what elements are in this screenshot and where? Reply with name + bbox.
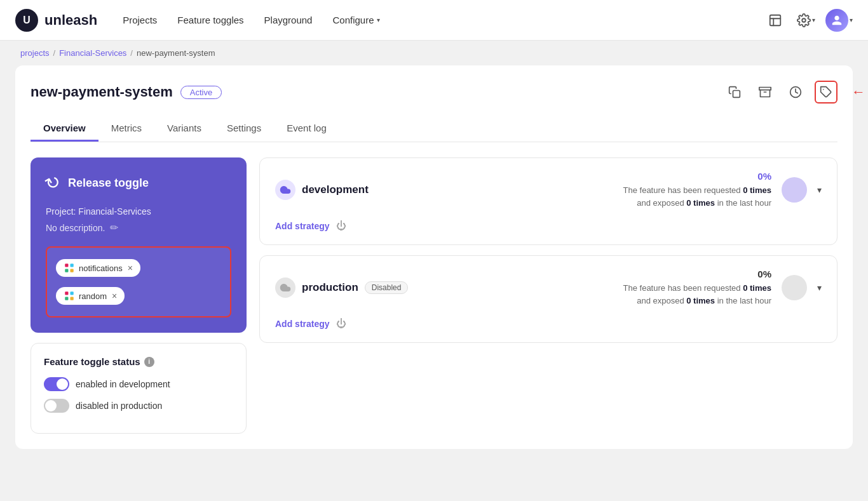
status-title: Feature toggle status i [44, 356, 233, 367]
tab-variants[interactable]: Variants [154, 116, 214, 142]
release-description: No description. ✏ [46, 222, 231, 234]
avatar-icon [831, 15, 843, 26]
slack-icon-2 [64, 290, 75, 302]
env-toggle-development[interactable] [782, 177, 807, 203]
logo-area[interactable]: U unleash [15, 9, 97, 32]
tag-icon [820, 86, 832, 98]
power-icon-production[interactable]: ⏻ [336, 318, 346, 330]
cloud-icon-prod [280, 282, 291, 293]
release-project: Project: Financial-Services [46, 206, 231, 217]
svg-rect-4 [733, 91, 740, 98]
svg-rect-10 [71, 264, 74, 267]
avatar [825, 9, 848, 32]
nav-right-area: ▾ ▾ [764, 9, 853, 32]
svg-rect-14 [71, 291, 74, 295]
edit-description-button[interactable]: ✏ [110, 222, 118, 234]
release-card-header: ↻ Release toggle [46, 173, 231, 194]
breadcrumb-financial-services[interactable]: Financial-Services [59, 48, 126, 58]
release-title: Release toggle [68, 177, 149, 190]
env-pct-development: 0% [623, 171, 771, 182]
tag-chip: notifications × [56, 259, 140, 277]
tag-name-random: random [79, 291, 107, 301]
gear-button[interactable]: ▾ [797, 13, 815, 27]
breadcrumb-sep-2: / [130, 48, 133, 58]
env-right-production: 0% The feature has been requested 0 time… [623, 269, 822, 307]
main-card: new-payment-system Active [15, 65, 853, 449]
breadcrumb-projects[interactable]: projects [20, 48, 50, 58]
toggle-development[interactable] [44, 377, 69, 391]
tabs: Overview Metrics Variants Settings Event… [31, 116, 837, 142]
clock-icon [789, 86, 802, 98]
env-icon-production [275, 277, 295, 298]
history-action-button[interactable] [784, 81, 807, 104]
nav-links: Projects Feature toggles Playground Conf… [123, 15, 764, 25]
feature-title: new-payment-system [31, 84, 173, 100]
add-strategy-button-development[interactable]: Add strategy [275, 221, 330, 231]
copy-action-button[interactable] [723, 81, 746, 104]
tag-chip-random-chip: random × [56, 287, 125, 305]
svg-rect-11 [65, 269, 68, 272]
svg-rect-9 [65, 264, 68, 267]
archive-action-button[interactable] [754, 81, 776, 104]
tab-overview[interactable]: Overview [31, 116, 98, 142]
gear-icon [797, 13, 811, 27]
tag-action-button[interactable] [815, 81, 837, 104]
status-badge: Active [180, 86, 222, 99]
nav-projects[interactable]: Projects [123, 15, 157, 25]
nav-configure[interactable]: Configure ▾ [332, 15, 379, 25]
env-title-area-production: production Disabled [275, 277, 408, 298]
tab-event-log[interactable]: Event log [274, 116, 339, 142]
env-stats-text-development: The feature has been requested 0 times a… [623, 184, 771, 209]
feature-actions-wrapper: ← [723, 81, 837, 104]
env-right-development: 0% The feature has been requested 0 time… [623, 171, 822, 209]
feature-title-area: new-payment-system Active [31, 84, 222, 100]
add-strategy-area-development: Add strategy ⏻ [275, 218, 822, 232]
nav-playground[interactable]: Playground [264, 15, 313, 25]
topnav: U unleash Projects Feature toggles Playg… [0, 0, 868, 41]
env-stats-development: 0% The feature has been requested 0 time… [623, 171, 771, 209]
tags-section: notifications × random [46, 246, 231, 317]
env-card-development: development 0% The feature has been requ… [259, 157, 837, 245]
copy-icon [728, 86, 741, 98]
env-title-area-development: development [275, 180, 369, 200]
power-icon-development[interactable]: ⏻ [336, 220, 346, 232]
status-card: Feature toggle status i enabled in devel… [31, 343, 247, 434]
env-name-development: development [302, 184, 369, 196]
svg-rect-16 [71, 297, 74, 300]
env-icon-development [275, 180, 295, 200]
add-strategy-area-production: Add strategy ⏻ [275, 316, 822, 330]
env-toggle-production[interactable] [782, 275, 807, 300]
svg-point-3 [802, 18, 806, 22]
toggle-production[interactable] [44, 399, 69, 413]
status-row-development: enabled in development [44, 377, 233, 391]
logo-icon: U [15, 9, 38, 32]
env-expand-development[interactable]: ▾ [817, 185, 822, 195]
user-avatar-button[interactable]: ▾ [825, 9, 853, 32]
breadcrumb: projects / Financial-Services / new-paym… [0, 41, 868, 65]
app-name: unleash [44, 12, 97, 29]
tag-remove-notifications[interactable]: × [128, 263, 133, 273]
breadcrumb-current: new-payment-system [137, 48, 215, 58]
release-icon: ↻ [41, 170, 64, 196]
nav-feature-toggles[interactable]: Feature toggles [177, 15, 243, 25]
env-header-development: development 0% The feature has been requ… [275, 171, 822, 209]
env-stats-text-production: The feature has been requested 0 times a… [623, 282, 771, 307]
svg-rect-0 [770, 15, 781, 25]
tab-settings[interactable]: Settings [214, 116, 274, 142]
add-strategy-button-production[interactable]: Add strategy [275, 319, 330, 329]
tag-name-notifications: notifications [79, 264, 123, 273]
archive-icon [759, 86, 771, 98]
tag-chip-notifications: notifications × [56, 257, 221, 279]
status-row-production: disabled in production [44, 399, 233, 413]
env-card-production: production Disabled 0% The feature has b… [259, 255, 837, 343]
tag-chip-random: random × [56, 284, 221, 307]
arrow-annotation: ← [851, 84, 865, 100]
status-info-icon[interactable]: i [144, 357, 154, 367]
content-area: ↻ Release toggle Project: Financial-Serv… [31, 157, 837, 434]
env-stats-production: 0% The feature has been requested 0 time… [623, 269, 771, 307]
tag-remove-random[interactable]: × [112, 291, 117, 301]
env-expand-production[interactable]: ▾ [817, 283, 822, 293]
docs-icon [768, 13, 782, 27]
tab-metrics[interactable]: Metrics [98, 116, 154, 142]
docs-icon-button[interactable] [764, 9, 787, 32]
